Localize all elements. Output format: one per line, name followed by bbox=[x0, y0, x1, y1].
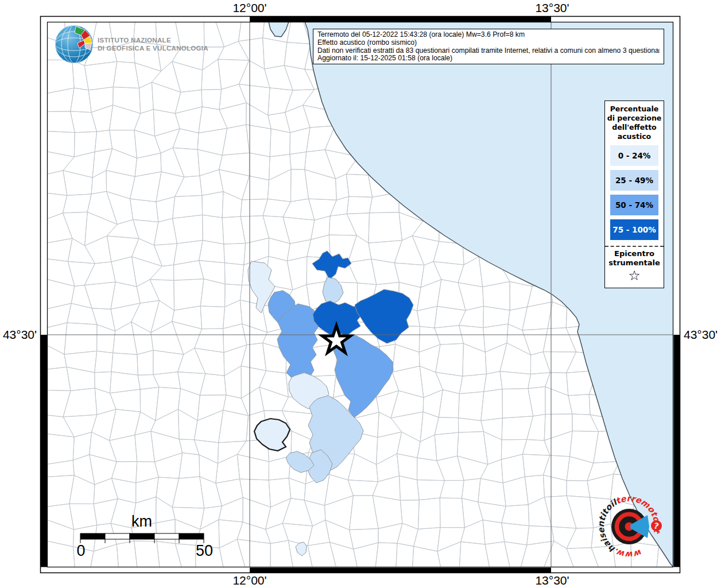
meridian-label-bottom-west: 12°00' bbox=[212, 574, 287, 587]
scale-bar-unit: km bbox=[131, 513, 152, 530]
epicenter-star-icon: ☆ bbox=[605, 268, 664, 283]
earthquake-info-box: Terremoto del 05-12-2022 15:43:28 (ora l… bbox=[313, 29, 664, 64]
ingv-logo: ISTITUTO NAZIONALE DI GEOFISICA E VULCAN… bbox=[54, 24, 208, 64]
ingv-org-line1: ISTITUTO NAZIONALE bbox=[98, 36, 208, 44]
map-inner: km050www.haisentitoilterremoto.it? bbox=[47, 22, 673, 567]
info-line-event: Terremoto del 05-12-2022 15:43:28 (ora l… bbox=[317, 31, 660, 39]
info-line-updated: Aggiornato il: 15-12-2025 01:58 (ora loc… bbox=[317, 55, 660, 63]
ingv-globe-icon bbox=[54, 24, 94, 64]
parallel-label-west: 43°30' bbox=[0, 328, 37, 342]
meridian-label-top-east: 13°30' bbox=[515, 1, 590, 15]
ingv-earthquake-map-page: km050www.haisentitoilterremoto.it? 12°00… bbox=[0, 0, 721, 588]
legend-swatch-25-49: 25 - 49% bbox=[610, 170, 658, 191]
meridian-label-top-west: 12°00' bbox=[212, 1, 287, 15]
info-line-effect: Effetto acustico (rombo sismico) bbox=[317, 39, 660, 47]
scale-bar-start: 0 bbox=[76, 542, 85, 559]
legend-swatch-75-100: 75 - 100% bbox=[610, 219, 658, 240]
legend-swatch-50-74: 50 - 74% bbox=[610, 195, 658, 215]
legend-class-row: 75 - 100% bbox=[605, 219, 664, 240]
legend-swatch-0-24: 0 - 24% bbox=[610, 145, 658, 166]
legend-class-row: 50 - 74% bbox=[605, 195, 664, 215]
ingv-org-line2: DI GEOFISICA E VULCANOLOGIA bbox=[98, 44, 208, 52]
legend-class-row: 0 - 24% bbox=[605, 145, 664, 166]
legend-divider bbox=[605, 246, 664, 247]
legend-title: Percentuale di percezione dell'effetto a… bbox=[605, 105, 664, 141]
parallel-label-east: 43°30' bbox=[684, 328, 720, 342]
legend-class-row: 25 - 49% bbox=[605, 170, 664, 191]
info-line-data: Dati non verificati estratti da 83 quest… bbox=[317, 47, 660, 55]
legend-epicenter-title: Epicentro strumentale bbox=[605, 249, 664, 268]
legend-panel: Percentuale di percezione dell'effetto a… bbox=[604, 100, 664, 288]
scale-bar-end: 50 bbox=[196, 542, 213, 559]
map-canvas: km050www.haisentitoilterremoto.it? bbox=[0, 0, 721, 588]
meridian-label-bottom-east: 13°30' bbox=[515, 574, 590, 587]
